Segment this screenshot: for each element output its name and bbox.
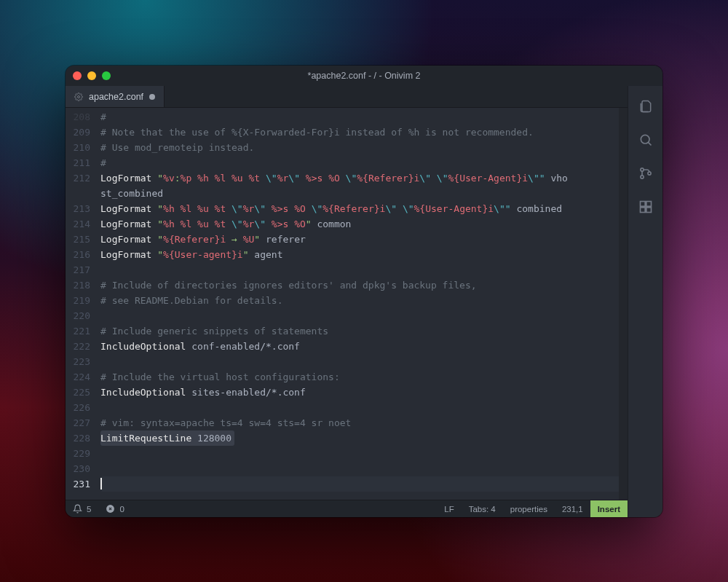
line-number: 218 [66, 278, 90, 293]
line-number: 226 [66, 400, 90, 415]
code-line[interactable]: st_combined [100, 186, 628, 201]
titlebar[interactable]: *apache2.conf - / - Onivim 2 [66, 66, 662, 86]
code-line[interactable]: # vim: syntax=apache ts=4 sw=4 sts=4 sr … [100, 415, 628, 430]
line-number: 215 [66, 232, 90, 247]
line-number: 223 [66, 354, 90, 369]
code-line[interactable]: LogFormat "%h %l %u %t \"%r\" %>s %O" co… [100, 216, 628, 232]
code-line[interactable]: # Note that the use of %{X-Forwarded-For… [100, 125, 628, 140]
svg-rect-7 [646, 202, 651, 207]
line-number: 227 [66, 415, 90, 430]
code-line[interactable]: # Include the virtual host configuration… [100, 369, 628, 385]
svg-point-3 [640, 168, 643, 171]
line-number-gutter: 2082092102112122132142152162172182192202… [66, 108, 96, 500]
line-number: 220 [66, 308, 90, 323]
line-number: 217 [66, 262, 90, 278]
dirty-indicator-icon [149, 94, 155, 100]
line-number: 219 [66, 293, 90, 308]
code-line[interactable]: LogFormat "%{Referer}i → %U" referer [100, 232, 628, 247]
code-line[interactable] [100, 446, 628, 461]
editor-area[interactable]: 2082092102112122132142152162172182192202… [66, 108, 628, 500]
code-content[interactable]: ## Note that the use of %{X-Forwarded-Fo… [96, 108, 628, 500]
status-eol[interactable]: LF [437, 505, 461, 514]
zoom-window-button[interactable] [102, 71, 111, 80]
window-title: *apache2.conf - / - Onivim 2 [308, 71, 421, 81]
svg-rect-6 [640, 202, 645, 207]
line-number: 224 [66, 369, 90, 385]
code-line[interactable]: # Include generic snippets of statements [100, 323, 628, 339]
status-notifications[interactable]: 5 [66, 504, 98, 514]
tab-label: apache2.conf [89, 92, 143, 102]
notification-count: 5 [87, 505, 91, 514]
line-number: 225 [66, 385, 90, 400]
search-icon[interactable] [638, 133, 653, 147]
svg-point-0 [78, 95, 80, 98]
svg-point-4 [640, 176, 643, 178]
line-number: 209 [66, 125, 90, 140]
code-line[interactable]: # [100, 155, 628, 170]
line-number: 221 [66, 323, 90, 339]
code-line[interactable] [100, 354, 628, 369]
line-number: 231 [66, 476, 90, 492]
status-filetype[interactable]: properties [503, 505, 555, 514]
code-line[interactable]: LimitRequestLine 128000 [100, 430, 234, 446]
code-line[interactable]: LogFormat "%{User-agent}i" agent [100, 247, 628, 262]
bell-icon [73, 504, 82, 514]
error-icon [106, 504, 115, 514]
code-line[interactable] [100, 461, 628, 476]
code-line[interactable]: IncludeOptional conf-enabled/*.conf [100, 339, 628, 354]
activity-bar [628, 86, 662, 517]
code-line[interactable]: # Use mod_remoteip instead. [100, 140, 628, 155]
line-number [66, 186, 90, 201]
close-window-button[interactable] [73, 71, 82, 80]
line-number: 222 [66, 339, 90, 354]
status-bar: 5 0 LF Tabs: 4 properties 231,1 Insert [66, 500, 628, 517]
line-number: 211 [66, 155, 90, 170]
line-number: 208 [66, 109, 90, 125]
line-number: 214 [66, 216, 90, 232]
tab-apache2-conf[interactable]: apache2.conf [66, 86, 165, 107]
minimize-window-button[interactable] [87, 71, 96, 80]
svg-point-2 [641, 135, 649, 143]
code-line[interactable] [100, 262, 628, 278]
svg-rect-9 [646, 208, 651, 213]
status-errors[interactable]: 0 [98, 504, 131, 514]
code-line[interactable]: LogFormat "%v:%p %h %l %u %t \"%r\" %>s … [100, 170, 628, 186]
minimap[interactable] [619, 108, 628, 500]
extensions-icon[interactable] [638, 200, 653, 214]
line-number: 230 [66, 461, 90, 476]
line-number: 229 [66, 446, 90, 461]
code-line[interactable]: # [100, 109, 628, 125]
code-line[interactable]: IncludeOptional sites-enabled/*.conf [100, 385, 628, 400]
status-position[interactable]: 231,1 [555, 505, 590, 514]
code-line[interactable] [100, 400, 628, 415]
editor-window: *apache2.conf - / - Onivim 2 apache2.con… [66, 66, 662, 517]
status-mode[interactable]: Insert [590, 500, 628, 518]
gear-icon [74, 93, 83, 101]
traffic-lights [73, 71, 111, 80]
code-line[interactable] [100, 476, 628, 492]
files-icon[interactable] [638, 99, 653, 114]
line-number: 210 [66, 140, 90, 155]
svg-rect-8 [640, 208, 645, 213]
source-control-icon[interactable] [638, 166, 653, 181]
line-number: 216 [66, 247, 90, 262]
error-count: 0 [119, 505, 124, 514]
code-line[interactable] [100, 308, 628, 323]
text-cursor [100, 478, 102, 489]
status-tabs[interactable]: Tabs: 4 [462, 505, 503, 514]
code-line[interactable]: LogFormat "%h %l %u %t \"%r\" %>s %O \"%… [100, 201, 628, 216]
tab-bar: apache2.conf [66, 86, 628, 108]
line-number: 213 [66, 201, 90, 216]
svg-point-5 [647, 172, 650, 175]
line-number: 228 [66, 430, 90, 446]
code-line[interactable]: # see README.Debian for details. [100, 293, 628, 308]
code-line[interactable]: # Include of directories ignores editors… [100, 278, 628, 293]
line-number: 212 [66, 170, 90, 186]
